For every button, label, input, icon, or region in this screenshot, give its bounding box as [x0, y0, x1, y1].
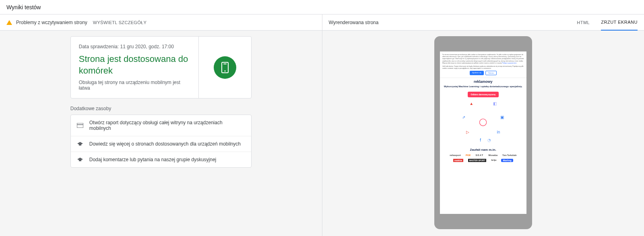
logo-item: PGE: [466, 154, 471, 156]
result-title: Strona jest dostosowana do komórek: [79, 53, 190, 76]
logo-item: rehasport: [450, 154, 461, 156]
split-panes: Problemy z wczytywaniem strony WYŚWIETL …: [0, 14, 644, 236]
logo-item: SEAT: [476, 154, 484, 156]
cookie-text-2: Jeśli odmówisz, Twoje informacje nie będ…: [442, 65, 524, 69]
resource-learn-more[interactable]: Dowiedz się więcej o stronach dostosowan…: [71, 136, 251, 152]
trust-section: Zaufali nam m.in. rehasport PGE SEAT Wos…: [440, 148, 526, 164]
device-frame: Ta strona internetowa przechowuje pliki …: [434, 36, 532, 229]
logo-item: Marling: [501, 159, 513, 162]
page-header: Wyniki testów: [0, 0, 644, 14]
privacy-link: Polityce prywatności: [502, 62, 516, 64]
preview-tabs: HTML ZRZUT EKRANU: [577, 14, 638, 30]
resources-heading: Dodatkowe zasoby: [70, 106, 252, 111]
test-date: Data sprawdzenia: 11 gru 2020, godz. 17:…: [79, 44, 190, 49]
result-status-icon: [199, 37, 251, 98]
mobile-friendly-icon: [214, 56, 236, 79]
tab-html[interactable]: HTML: [577, 14, 590, 30]
cookie-accept-button: Zgadzam się: [470, 71, 484, 75]
report-icon: [76, 123, 84, 128]
right-content: Ta strona internetowa przechowuje pliki …: [322, 31, 644, 229]
cookie-banner: Ta strona internetowa przechowuje pliki …: [440, 51, 526, 78]
cookie-text: Ta strona internetowa przechowuje pliki …: [442, 53, 524, 64]
device-screen: Ta strona internetowa przechowuje pliki …: [440, 51, 526, 214]
phone-icon: [221, 62, 229, 73]
result-card: Data sprawdzenia: 11 gru 2020, godz. 17:…: [70, 36, 252, 99]
graduation-icon: [76, 157, 84, 162]
left-content: Data sprawdzenia: 11 gru 2020, godz. 17:…: [0, 31, 322, 168]
hero-cta-button: Odbierz darmową wycenę: [468, 92, 499, 97]
svg-rect-0: [77, 123, 83, 128]
warning-icon: [6, 20, 12, 25]
resource-site-report[interactable]: Otwórz raport dotyczący obsługi całej wi…: [71, 115, 251, 136]
hero-title: reklamowy: [443, 80, 523, 84]
list-item-label: Dodaj komentarze lub pytania na naszej g…: [89, 157, 217, 162]
logo-item: MASTER SPORT: [468, 159, 487, 162]
result-subtitle: Obsługa tej strony na urządzeniu mobilny…: [79, 80, 190, 91]
page-title: Wyniki testów: [6, 4, 41, 10]
trust-title: Zaufali nam m.in.: [440, 148, 526, 152]
logo-item: Tara Tarkohale: [502, 154, 516, 156]
view-details-link[interactable]: WYŚWIETL SZCZEGÓŁY: [93, 20, 147, 25]
right-sub-header: Wyrenderowana strona HTML ZRZUT EKRANU: [322, 14, 644, 31]
svg-rect-3: [79, 144, 81, 146]
hero-subtitle: Wykorzystaj Machine Learning i opiekę do…: [443, 85, 523, 88]
logo-item: makita: [453, 159, 463, 162]
resources-list: Otwórz raport dotyczący obsługi całej wi…: [70, 115, 252, 168]
features-graphic: ▲ ◧ ⇗ ▣ ◯ ▷ in f ◔: [463, 101, 503, 142]
svg-rect-5: [79, 160, 81, 161]
left-sub-header: Problemy z wczytywaniem strony WYŚWIETL …: [0, 14, 322, 31]
rendered-page-label: Wyrenderowana strona: [329, 20, 379, 25]
resource-discussion-group[interactable]: Dodaj komentarze lub pytania na naszej g…: [71, 152, 251, 167]
results-pane: Problemy z wczytywaniem strony WYŚWIETL …: [0, 14, 322, 236]
cookie-deny-button: Odmów: [485, 71, 497, 75]
list-item-label: Dowiedz się więcej o stronach dostosowan…: [89, 141, 241, 147]
tab-screenshot[interactable]: ZRZUT EKRANU: [601, 15, 638, 31]
logo-item: Woseba: [488, 154, 497, 156]
logo-item: briju: [491, 159, 496, 162]
trust-logos: rehasport PGE SEAT Woseba Tara Tarkohale…: [440, 154, 526, 164]
list-item-label: Otwórz raport dotyczący obsługi całej wi…: [89, 120, 246, 131]
result-card-body: Data sprawdzenia: 11 gru 2020, godz. 17:…: [71, 37, 199, 98]
loading-problems-text: Problemy z wczytywaniem strony: [16, 20, 87, 25]
preview-pane: Wyrenderowana strona HTML ZRZUT EKRANU T…: [322, 14, 644, 236]
cookie-buttons: Zgadzam się Odmów: [442, 71, 524, 75]
hero-section: reklamowy Wykorzystaj Machine Learning i…: [440, 78, 526, 143]
graduation-icon: [76, 141, 84, 147]
